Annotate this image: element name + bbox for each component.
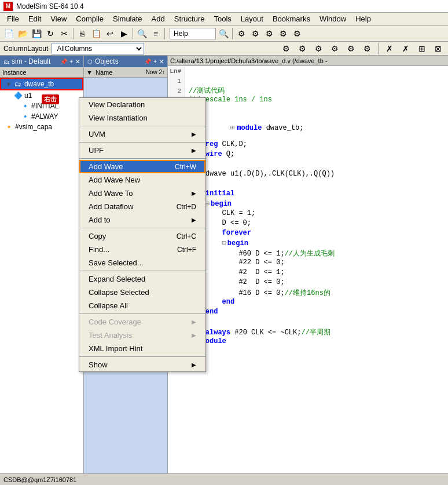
ctx-add-dataflow-shortcut: Ctrl+D <box>177 203 196 211</box>
menu-bar: File Edit View Compile Simulate Add Stru… <box>0 13 448 25</box>
ctx-add-to[interactable]: Add to <box>79 213 205 227</box>
tb-t3[interactable]: ⚙ <box>263 27 276 40</box>
toolbar: 📄 📂 💾 ↻ ✂ ⎘ 📋 ↩ ▶ 🔍 ≡ Help 🔍 ⚙ ⚙ ⚙ ⚙ ⚙ <box>0 25 448 42</box>
ctx-save-selected[interactable]: Save Selected... <box>79 256 205 269</box>
code-line-6: 6 reg CLK,D; <box>168 140 448 150</box>
layout-tb7[interactable]: ✗ <box>383 42 396 55</box>
ctx-add-wave[interactable]: Add Wave Ctrl+W <box>79 160 205 173</box>
tree-item-label-always: #ALWAY <box>31 112 58 121</box>
ctx-code-coverage[interactable]: Code Coverage <box>79 315 205 329</box>
tb-new[interactable]: 📄 <box>2 27 15 40</box>
tree-module-icon-u1: 🔷 <box>14 92 23 100</box>
code-line-2: 2 //测试代码 <box>168 86 448 96</box>
ctx-add-wave-new-label: Add Wave New <box>89 176 140 184</box>
tb-list[interactable]: ≡ <box>149 27 162 40</box>
sim-panel-pin-icon[interactable]: 📌 <box>60 59 67 65</box>
ctx-xml-import-hint[interactable]: XML Import Hint <box>79 342 205 355</box>
objects-icon: ⬡ <box>87 59 93 65</box>
menu-help[interactable]: Help <box>351 13 376 24</box>
code-editor[interactable]: Ln# 1 2 //测试代码 3 `timescale 1ns / 1ns 4 … <box>168 66 448 473</box>
ctx-add-wave-new[interactable]: Add Wave New <box>79 173 205 187</box>
code-header: C:/altera/13.1/project/Dchufa3/tb/wave_d… <box>168 56 448 66</box>
tb-cut[interactable]: ✂ <box>58 27 71 40</box>
tb-search[interactable]: 🔍 <box>135 27 148 40</box>
tb-t1[interactable]: ⚙ <box>235 27 248 40</box>
menu-tools[interactable]: Tools <box>209 13 236 24</box>
ctx-view-instantiation[interactable]: View Instantiation <box>79 111 205 125</box>
ctx-find[interactable]: Find... Ctrl+F <box>79 243 205 256</box>
tb-help-go[interactable]: 🔍 <box>217 27 230 40</box>
status-text: CSDB@@qm1Z7i160781 <box>3 476 76 483</box>
tb-paste[interactable]: 📋 <box>90 27 102 40</box>
ctx-view-declaration[interactable]: View Declaration <box>79 98 205 111</box>
objects-plus-icon[interactable]: + <box>153 59 157 65</box>
ctx-collapse-selected[interactable]: Collapse Selected <box>79 286 205 299</box>
status-bar: CSDB@@qm1Z7i160781 <box>0 473 448 485</box>
menu-add[interactable]: Add <box>147 13 170 24</box>
objects-close-icon[interactable]: ✕ <box>159 59 164 65</box>
help-input[interactable]: Help <box>170 28 216 39</box>
menu-view[interactable]: View <box>46 13 71 24</box>
menu-edit[interactable]: Edit <box>24 13 46 24</box>
code-line-header: Ln# <box>168 66 448 76</box>
ctx-sep3 <box>79 158 205 159</box>
tree-item-always[interactable]: 🔹 #ALWAY <box>0 111 83 122</box>
layout-tb8[interactable]: ✗ <box>399 42 412 55</box>
ctx-show[interactable]: Show <box>79 358 205 371</box>
rightclick-badge: 右击 <box>42 94 59 104</box>
layout-tb2[interactable]: ⚙ <box>296 42 309 55</box>
layout-tb1[interactable]: ⚙ <box>280 42 292 55</box>
objects-name-label: Name <box>96 69 112 76</box>
ctx-add-wave-to[interactable]: Add Wave To <box>79 187 205 200</box>
sim-panel-close-icon[interactable]: ✕ <box>75 59 80 65</box>
code-panel: C:/altera/13.1/project/Dchufa3/tb/wave_d… <box>168 56 448 473</box>
tb-undo[interactable]: ↩ <box>104 27 116 40</box>
layout-tb6[interactable]: ⚙ <box>361 42 373 55</box>
layout-tb10[interactable]: ⊠ <box>432 42 445 55</box>
menu-structure[interactable]: Structure <box>170 13 210 24</box>
tb-save[interactable]: 💾 <box>30 27 43 40</box>
tb-sim1[interactable]: ▶ <box>117 27 130 40</box>
ctx-uvm[interactable]: UVM <box>79 127 205 141</box>
ctx-add-dataflow[interactable]: Add Dataflow Ctrl+D <box>79 200 205 213</box>
tb-t4[interactable]: ⚙ <box>277 27 289 40</box>
tb-t2[interactable]: ⚙ <box>249 27 262 40</box>
menu-layout[interactable]: Layout <box>236 13 268 24</box>
layout-tb4[interactable]: ⚙ <box>328 42 341 55</box>
code-line-4: 4 <box>168 105 448 115</box>
ctx-sep6 <box>79 313 205 314</box>
app-title: ModelSim SE-64 10.4 <box>16 2 84 10</box>
menu-bookmarks[interactable]: Bookmarks <box>268 13 315 24</box>
ctx-test-analysis[interactable]: Test Analysis <box>79 329 205 342</box>
ctx-xml-import-hint-label: XML Import Hint <box>89 344 142 353</box>
tb-refresh[interactable]: ↻ <box>44 27 57 40</box>
code-line-7: 7 wire Q; <box>168 150 448 160</box>
layout-tb5[interactable]: ⚙ <box>344 42 357 55</box>
ctx-collapse-all[interactable]: Collapse All <box>79 299 205 312</box>
menu-simulate[interactable]: Simulate <box>108 13 147 24</box>
ctx-find-label: Find... <box>89 245 109 254</box>
tb-sep1 <box>73 28 74 39</box>
menu-compile[interactable]: Compile <box>71 13 108 24</box>
tb-t5[interactable]: ⚙ <box>291 27 303 40</box>
ctx-collapse-all-label: Collapse All <box>89 301 128 310</box>
tree-icon-initial: 🔹 <box>21 102 30 110</box>
objects-now-label: Now 2↑ <box>146 69 165 75</box>
ctx-upf[interactable]: UPF <box>79 144 205 157</box>
tree-item-vsim[interactable]: 🔸 #vsim_capa <box>0 122 83 132</box>
menu-file[interactable]: File <box>2 13 24 24</box>
tb-open[interactable]: 📂 <box>16 27 29 40</box>
tb-copy[interactable]: ⎘ <box>76 27 89 40</box>
layout-select[interactable]: AllColumns <box>52 43 144 54</box>
tree-item-dwave-tb[interactable]: ▼ 🗂 dwave_tb <box>0 78 83 90</box>
ctx-upf-label: UPF <box>89 146 104 155</box>
ctx-add-to-label: Add to <box>89 216 111 224</box>
menu-window[interactable]: Window <box>315 13 351 24</box>
layout-tb9[interactable]: ⊞ <box>416 42 428 55</box>
layout-tb3[interactable]: ⚙ <box>312 42 325 55</box>
objects-pin-icon[interactable]: 📌 <box>144 59 151 65</box>
sim-panel-plus-icon[interactable]: + <box>69 59 73 65</box>
ctx-expand-selected[interactable]: Expand Selected <box>79 272 205 286</box>
ln-header: Ln# <box>168 66 185 76</box>
ctx-copy[interactable]: Copy Ctrl+C <box>79 229 205 243</box>
